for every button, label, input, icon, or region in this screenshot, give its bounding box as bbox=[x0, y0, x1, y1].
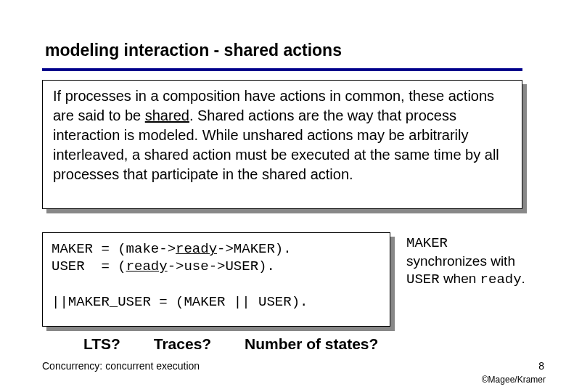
question-states: Number of states? bbox=[245, 335, 378, 353]
sn-user: USER bbox=[406, 271, 440, 287]
code-l2a: USER = ( bbox=[52, 258, 126, 274]
sn-f: . bbox=[522, 271, 525, 286]
code-l1c: ->MAKER). bbox=[217, 241, 292, 257]
side-note: MAKER synchronizes with USER when ready. bbox=[406, 234, 530, 289]
code-l3: ||MAKER_USER = (MAKER || USER). bbox=[52, 294, 308, 310]
footer-credit: ©Magee/Kramer bbox=[482, 375, 546, 385]
sn-d: when bbox=[440, 271, 480, 286]
code-text: MAKER = (make->ready->MAKER). USER = (re… bbox=[42, 232, 390, 327]
sn-ready: ready bbox=[480, 271, 522, 287]
intro-text: If processes in a composition have actio… bbox=[42, 80, 522, 209]
footer-left: Concurrency: concurrent execution bbox=[42, 360, 200, 372]
slide: modeling interaction - shared actions If… bbox=[0, 0, 566, 392]
code-l1a: MAKER = (make-> bbox=[52, 241, 176, 257]
code-l1b: ready bbox=[176, 241, 217, 257]
title-rule bbox=[42, 68, 522, 71]
questions-row: LTS? Traces? Number of states? bbox=[83, 335, 490, 353]
code-box: MAKER = (make->ready->MAKER). USER = (re… bbox=[42, 232, 390, 327]
slide-title: modeling interaction - shared actions bbox=[45, 41, 342, 60]
page-number: 8 bbox=[538, 360, 544, 372]
question-traces: Traces? bbox=[154, 335, 211, 353]
intro-shared-word: shared bbox=[145, 107, 189, 123]
code-l2c: ->use->USER). bbox=[168, 258, 275, 274]
code-l2b: ready bbox=[126, 258, 168, 274]
sn-maker: MAKER bbox=[406, 235, 448, 251]
intro-box: If processes in a composition have actio… bbox=[42, 80, 522, 209]
sn-b: synchronizes with bbox=[406, 253, 515, 269]
question-lts: LTS? bbox=[83, 335, 120, 353]
